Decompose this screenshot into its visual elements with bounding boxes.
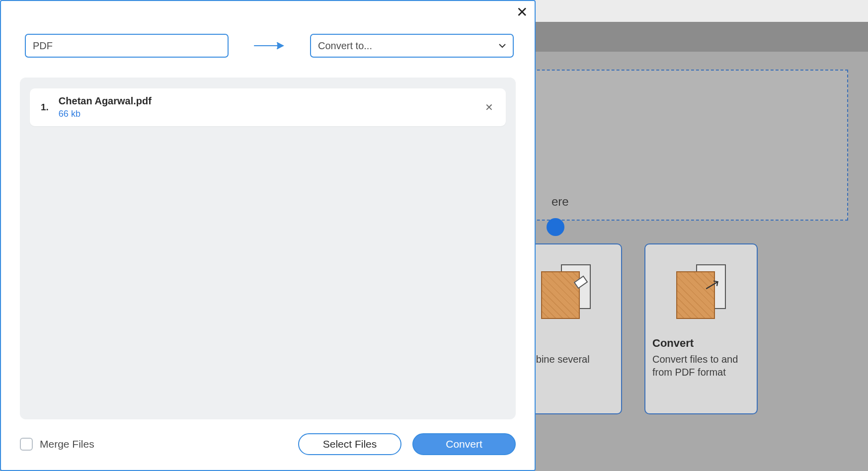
remove-file-button[interactable]: ✕ <box>483 101 495 113</box>
arrow-right-icon <box>253 42 285 50</box>
select-files-label: Select Files <box>323 438 377 450</box>
source-format-field[interactable]: PDF <box>25 34 229 58</box>
bg-card-convert: Convert Convert files to and from PDF fo… <box>644 243 758 414</box>
bg-card-convert-title: Convert <box>652 337 750 350</box>
dialog-footer: Merge Files Select Files Convert <box>1 419 535 470</box>
convert-label: Convert <box>446 438 482 450</box>
source-format-value: PDF <box>33 40 53 52</box>
merge-files-checkbox[interactable]: Merge Files <box>20 438 94 451</box>
destination-placeholder: Convert to... <box>318 40 372 52</box>
svg-line-0 <box>707 282 718 289</box>
dialog-header: PDF Convert to... <box>1 1 535 78</box>
file-size: 66 kb <box>59 109 483 119</box>
convert-button[interactable]: Convert <box>412 433 516 455</box>
chevron-down-icon <box>499 42 506 50</box>
select-files-button[interactable]: Select Files <box>298 433 401 455</box>
file-list-panel: 1. Chetan Agarwal.pdf 66 kb ✕ <box>20 78 516 419</box>
close-icon: ✕ <box>516 4 528 20</box>
convert-icon <box>645 244 757 324</box>
destination-format-select[interactable]: Convert to... <box>310 34 514 58</box>
checkbox-icon <box>20 438 33 451</box>
bg-drop-hint: ere <box>552 195 569 209</box>
file-name: Chetan Agarwal.pdf <box>59 95 483 107</box>
merge-files-label: Merge Files <box>40 438 94 450</box>
file-row: 1. Chetan Agarwal.pdf 66 kb ✕ <box>30 88 506 126</box>
close-button[interactable]: ✕ <box>515 5 529 19</box>
svg-marker-2 <box>278 43 284 49</box>
bg-card-convert-desc: Convert files to and from PDF format <box>652 353 750 379</box>
convert-dialog: ✕ PDF Convert to... 1. Chetan Ag <box>0 0 536 471</box>
close-icon: ✕ <box>485 101 493 113</box>
file-index: 1. <box>41 102 49 113</box>
bg-drop-button <box>547 218 564 236</box>
